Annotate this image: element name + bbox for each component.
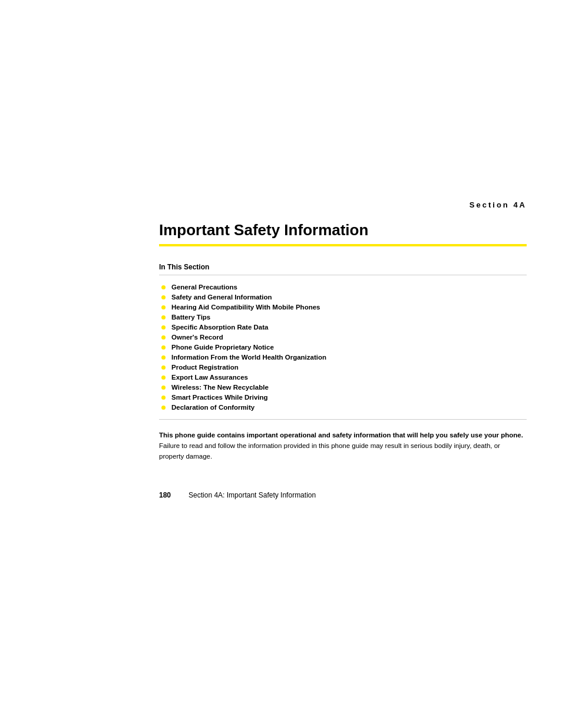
toc-bullet bbox=[161, 335, 166, 340]
toc-item: Specific Absorption Rate Data bbox=[159, 324, 527, 331]
toc-bullet bbox=[161, 285, 166, 289]
toc-item: Battery Tips bbox=[159, 314, 527, 321]
toc-item: General Precautions bbox=[159, 284, 527, 291]
description-paragraph: This phone guide contains important oper… bbox=[159, 430, 527, 462]
toc-item-label: Export Law Assurances bbox=[171, 374, 248, 381]
toc-item: Declaration of Conformity bbox=[159, 404, 527, 411]
toc-bullet bbox=[161, 325, 166, 330]
toc-item: Safety and General Information bbox=[159, 294, 527, 301]
chapter-title: Important Safety Information bbox=[159, 221, 527, 239]
page-footer: 180 Section 4A: Important Safety Informa… bbox=[159, 485, 527, 499]
toc-top-divider bbox=[159, 275, 527, 275]
toc-bottom-divider bbox=[159, 419, 527, 420]
toc-item: Information From the World Health Organi… bbox=[159, 354, 527, 361]
toc-item: Product Registration bbox=[159, 364, 527, 371]
toc-bullet bbox=[161, 355, 166, 360]
toc-item-label: Specific Absorption Rate Data bbox=[171, 324, 268, 331]
content-area: Section 4A Important Safety Information … bbox=[159, 0, 527, 462]
toc-bullet bbox=[161, 375, 166, 380]
section-label: Section 4A bbox=[159, 200, 527, 209]
toc-item-label: Declaration of Conformity bbox=[171, 404, 254, 411]
toc-item-label: Information From the World Health Organi… bbox=[171, 354, 326, 361]
toc-item: Owner's Record bbox=[159, 334, 527, 341]
toc-list: General PrecautionsSafety and General In… bbox=[159, 284, 527, 411]
toc-bullet bbox=[161, 396, 166, 400]
toc-item: Phone Guide Proprietary Notice bbox=[159, 344, 527, 351]
description-normal: Failure to read and follow the informati… bbox=[159, 442, 500, 460]
toc-item-label: Safety and General Information bbox=[171, 294, 272, 301]
toc-item-label: Owner's Record bbox=[171, 334, 223, 341]
toc-item-label: Product Registration bbox=[171, 364, 239, 371]
page-number: 180 bbox=[159, 491, 171, 499]
toc-bullet bbox=[161, 386, 166, 390]
toc-bullet bbox=[161, 365, 166, 370]
toc-item: Smart Practices While Driving bbox=[159, 394, 527, 401]
toc-item-label: Wireless: The New Recyclable bbox=[171, 384, 269, 391]
toc-item-label: Hearing Aid Compatibility With Mobile Ph… bbox=[171, 304, 320, 311]
toc-item-label: Phone Guide Proprietary Notice bbox=[171, 344, 274, 351]
toc-item: Wireless: The New Recyclable bbox=[159, 384, 527, 391]
toc-item: Export Law Assurances bbox=[159, 374, 527, 381]
toc-item-label: Battery Tips bbox=[171, 314, 210, 321]
footer-section-label: Section 4A: Important Safety Information bbox=[189, 491, 316, 499]
toc-item-label: Smart Practices While Driving bbox=[171, 394, 268, 401]
in-this-section-heading: In This Section bbox=[159, 263, 527, 271]
toc-bullet bbox=[161, 315, 166, 319]
toc-bullet bbox=[161, 345, 166, 350]
toc-bullet bbox=[161, 305, 166, 309]
toc-item: Hearing Aid Compatibility With Mobile Ph… bbox=[159, 304, 527, 311]
toc-bullet bbox=[161, 406, 166, 410]
toc-bullet bbox=[161, 295, 166, 299]
page: Section 4A Important Safety Information … bbox=[0, 0, 562, 728]
yellow-rule bbox=[159, 244, 527, 246]
toc-item-label: General Precautions bbox=[171, 284, 237, 291]
description-bold: This phone guide contains important oper… bbox=[159, 431, 523, 439]
